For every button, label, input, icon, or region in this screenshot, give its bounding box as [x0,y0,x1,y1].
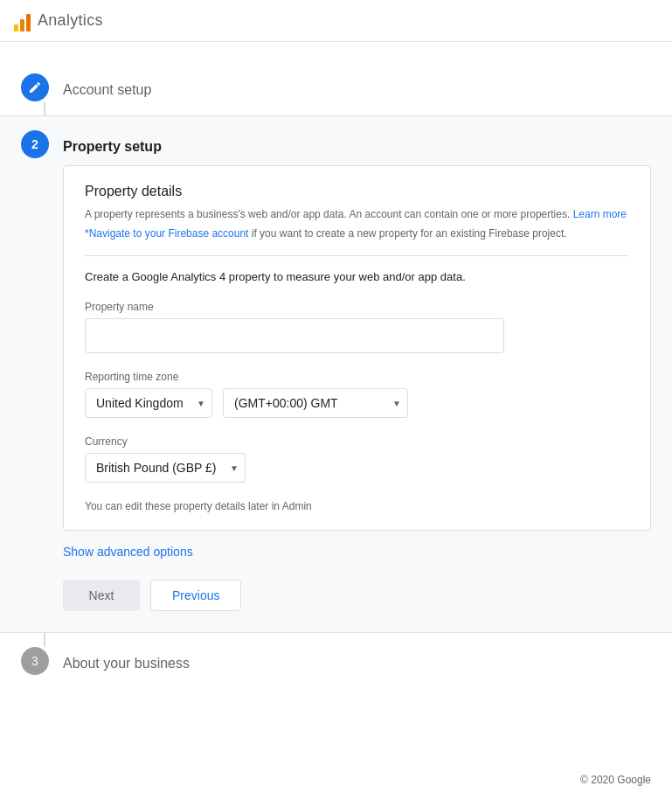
ga4-description: Create a Google Analytics 4 property to … [85,270,629,283]
firebase-note-text: if you want to create a new property for… [252,227,567,240]
footer: © 2020 Google [580,774,651,786]
step1-row: Account setup [0,59,672,115]
currency-select-wrapper: British Pound (GBP £) US Dollar (USD $) … [85,453,246,483]
bar1-icon [14,24,18,31]
timezone-select-wrapper: (GMT+00:00) GMT (GMT-05:00) Eastern Time… [223,388,408,418]
step2-label: Property setup [63,135,162,155]
step3-label: About your business [63,651,190,671]
property-card-title: Property details [85,184,629,199]
app-title: Analytics [38,11,103,30]
learn-more-link[interactable]: Learn more [573,208,627,220]
main-content: Account setup 2 Property setup Property … [0,42,672,724]
property-name-input[interactable] [85,318,504,353]
app-header: Analytics [0,0,672,42]
next-button[interactable]: Next [63,580,140,611]
property-name-group: Property name [85,301,629,353]
timezone-select[interactable]: (GMT+00:00) GMT (GMT-05:00) Eastern Time… [223,388,408,418]
property-name-label: Property name [85,301,629,313]
bar3-icon [26,14,31,31]
step3-row: 3 About your business [0,633,672,689]
card-divider [85,255,629,256]
timezone-group: Reporting time zone United Kingdom Unite… [85,371,629,418]
step2-container: 2 Property setup Property details A prop… [0,115,672,633]
step1-circle [21,73,49,101]
pencil-icon [28,80,42,94]
currency-label: Currency [85,435,629,448]
timezone-row: United Kingdom United States Germany Fra… [85,388,629,418]
advanced-options-link[interactable]: Show advanced options [63,545,193,559]
analytics-bars-icon [14,10,31,31]
buttons-row: Next Previous [63,580,651,611]
property-card: Property details A property represents a… [63,165,651,531]
previous-button[interactable]: Previous [150,580,241,611]
edit-note: You can edit these property details late… [85,500,629,512]
property-card-desc: A property represents a business's web a… [85,206,629,222]
firebase-link[interactable]: *Navigate to your Firebase account [85,227,248,240]
copyright-text: © 2020 Google [580,774,651,786]
country-select-wrapper: United Kingdom United States Germany Fra… [85,388,212,418]
app-logo: Analytics [14,10,103,31]
step1-label: Account setup [63,78,151,98]
currency-select[interactable]: British Pound (GBP £) US Dollar (USD $) … [85,453,246,483]
firebase-desc: *Navigate to your Firebase account if yo… [85,226,629,241]
property-desc-text: A property represents a business's web a… [85,208,570,220]
step2-header: 2 Property setup [21,130,651,158]
country-select[interactable]: United Kingdom United States Germany Fra… [85,388,212,418]
currency-group: Currency British Pound (GBP £) US Dollar… [85,435,629,483]
timezone-label: Reporting time zone [85,371,629,383]
step2-circle: 2 [21,130,49,158]
bar2-icon [20,19,24,31]
step3-circle: 3 [21,647,49,675]
